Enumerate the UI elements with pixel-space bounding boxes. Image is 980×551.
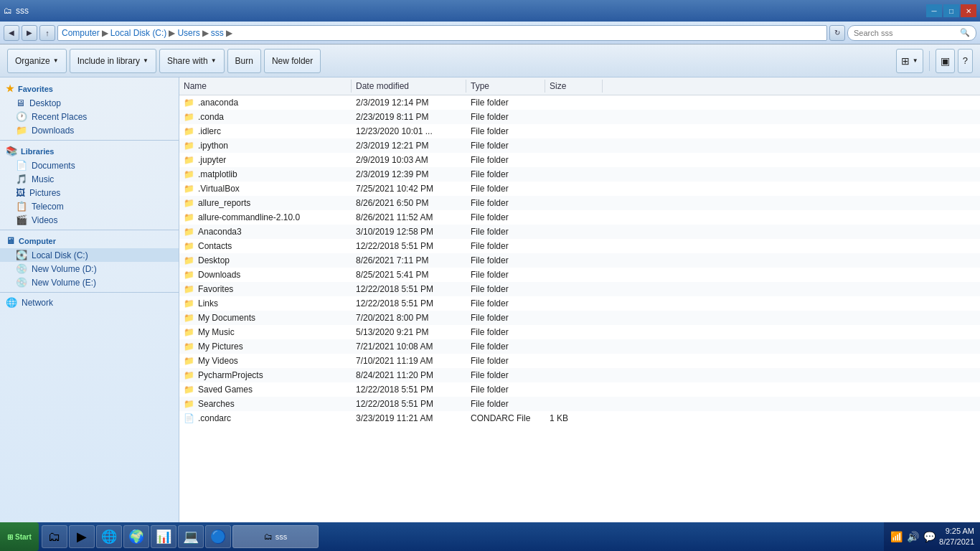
table-row[interactable]: 📁 Searches 12/22/2018 5:51 PM File folde… [179,397,980,411]
computer-header[interactable]: 🖥 Computer [0,233,179,248]
path-users[interactable]: Users [177,28,199,38]
table-row[interactable]: 📁 .jupyter 2/9/2019 10:03 AM File folder [179,153,980,167]
table-row[interactable]: 📁 Favorites 12/22/2018 5:51 PM File fold… [179,282,980,296]
sidebar-item-pictures[interactable]: 🖼 Pictures [0,186,179,199]
favorites-header[interactable]: ★ Favorites [0,81,179,96]
sidebar-divider-3 [0,292,179,293]
table-row[interactable]: 📁 .idlerc 12/23/2020 10:01 ... File fold… [179,124,980,138]
file-type: File folder [466,226,545,237]
sidebar-item-recent-places[interactable]: 🕐 Recent Places [0,110,179,123]
sidebar-item-music[interactable]: 🎵 Music [0,172,179,186]
taskbar-ie[interactable]: 🌐 [96,525,122,548]
sidebar-item-downloads[interactable]: 📁 Downloads [0,123,179,137]
help-button[interactable]: ? [958,49,973,73]
taskbar-pycharm[interactable]: 💻 [178,525,204,548]
telecom-icon: 📋 [16,201,27,212]
search-input[interactable] [854,29,960,37]
file-name: Favorites [198,284,233,294]
file-type: File folder [466,255,545,266]
share-with-button[interactable]: Share with ▼ [159,49,225,73]
file-name: Desktop [198,255,230,265]
taskbar-explorer[interactable]: 🗂 [42,525,67,548]
sidebar-item-documents[interactable]: 📄 Documents [0,159,179,172]
table-row[interactable]: 📁 Links 12/22/2018 5:51 PM File folder [179,296,980,311]
search-box: 🔍 [847,25,976,41]
network-label: Network [22,298,53,308]
table-row[interactable]: 📁 Desktop 8/26/2021 7:11 PM File folder [179,253,980,268]
taskbar-media[interactable]: ▶ [69,525,95,548]
sidebar-item-new-volume-e[interactable]: 💿 New Volume (E:) [0,276,179,289]
start-button[interactable]: ⊞ Start [0,522,39,551]
include-library-button[interactable]: Include in library ▼ [70,49,156,73]
table-row[interactable]: 📁 PycharmProjects 8/24/2021 11:20 PM Fil… [179,368,980,382]
sidebar-item-local-disk[interactable]: 💽 Local Disk (C:) [0,248,179,262]
libraries-header[interactable]: 📚 Libraries [0,143,179,159]
burn-button[interactable]: Burn [227,49,261,73]
column-headers: Name Date modified Type Size [179,77,980,95]
table-row[interactable]: 📁 .ipython 2/3/2019 12:21 PM File folder [179,138,980,153]
table-row[interactable]: 📁 allure_reports 8/26/2021 6:50 PM File … [179,196,980,210]
col-header-date[interactable]: Date modified [352,80,466,93]
table-row[interactable]: 📄 .condarc 3/23/2019 11:21 AM CONDARC Fi… [179,411,980,425]
table-row[interactable]: 📁 Anaconda3 3/10/2019 12:58 PM File fold… [179,225,980,239]
taskbar-excel[interactable]: 📊 [151,525,176,548]
table-row[interactable]: 📁 .matplotlib 2/3/2019 12:39 PM File fol… [179,167,980,182]
file-date: 12/22/2018 5:51 PM [352,283,466,295]
documents-icon: 📄 [16,160,27,171]
maximize-button[interactable]: □ [943,4,959,17]
file-icon: 📁 [184,212,194,222]
clock: 9:25 AM 8/27/2021 [939,526,974,548]
minimize-button[interactable]: ─ [926,4,942,17]
path-sss[interactable]: sss [211,28,224,38]
path-localdisk[interactable]: Local Disk (C:) [110,28,167,38]
table-row[interactable]: 📁 Saved Games 12/22/2018 5:51 PM File fo… [179,382,980,397]
file-icon: 📁 [184,227,194,237]
taskbar-chrome[interactable]: 🌍 [123,525,149,548]
preview-pane-button[interactable]: ▣ [936,49,955,73]
pycharm-icon: 💻 [183,529,199,545]
table-row[interactable]: 📁 Downloads 8/25/2021 5:41 PM File folde… [179,268,980,282]
clock-time: 9:25 AM [939,526,974,537]
table-row[interactable]: 📁 .anaconda 2/3/2019 12:14 PM File folde… [179,95,980,110]
file-date: 8/24/2021 11:20 PM [352,369,466,381]
address-path[interactable]: Computer ▶ Local Disk (C:) ▶ Users ▶ sss… [57,25,827,41]
file-date: 7/25/2021 10:42 PM [352,183,466,194]
include-library-label: Include in library [77,56,140,66]
up-button[interactable]: ↑ [39,25,55,41]
file-name: .ipython [198,141,228,151]
sidebar-item-videos[interactable]: 🎬 Videos [0,213,179,227]
file-size [545,288,603,290]
col-header-name[interactable]: Name [179,80,352,93]
organize-button[interactable]: Organize ▼ [7,49,67,73]
col-header-size[interactable]: Size [545,80,603,93]
views-button[interactable]: ⊞ ▼ [896,49,923,73]
col-header-type[interactable]: Type [466,80,545,93]
file-icon: 📁 [184,255,194,265]
table-row[interactable]: 📁 Contacts 12/22/2018 5:51 PM File folde… [179,239,980,253]
downloads-label: Downloads [32,126,74,136]
table-row[interactable]: 📁 .VirtualBox 7/25/2021 10:42 PM File fo… [179,182,980,196]
table-row[interactable]: 📁 My Music 5/13/2020 9:21 PM File folder [179,325,980,339]
table-row[interactable]: 📁 allure-commandline-2.10.0 8/26/2021 11… [179,210,980,225]
taskbar-active-window[interactable]: 🗂 sss [232,525,319,548]
table-row[interactable]: 📁 My Videos 7/10/2021 11:19 AM File fold… [179,354,980,368]
taskbar-ps[interactable]: 🔵 [205,525,231,548]
back-button[interactable]: ◀ [4,25,19,41]
refresh-button[interactable]: ↻ [829,25,845,41]
new-folder-button[interactable]: New folder [264,49,321,73]
toolbar-separator [929,51,930,71]
file-size [545,188,603,189]
close-button[interactable]: ✕ [961,4,976,17]
sidebar-item-desktop[interactable]: 🖥 Desktop [0,96,179,110]
sidebar-item-network[interactable]: 🌐 Network [0,296,179,309]
favorites-label: Favorites [18,85,53,93]
table-row[interactable]: 📁 .conda 2/23/2019 8:11 PM File folder [179,110,980,124]
table-row[interactable]: 📁 My Documents 7/20/2021 8:00 PM File fo… [179,311,980,325]
file-name: .condarc [198,413,231,423]
forward-button[interactable]: ▶ [22,25,37,41]
table-row[interactable]: 📁 My Pictures 7/21/2021 10:08 AM File fo… [179,339,980,354]
sidebar-item-telecom[interactable]: 📋 Telecom [0,199,179,213]
sidebar-item-new-volume-d[interactable]: 💿 New Volume (D:) [0,262,179,276]
file-type: File folder [466,140,545,151]
path-computer[interactable]: Computer [62,28,100,38]
